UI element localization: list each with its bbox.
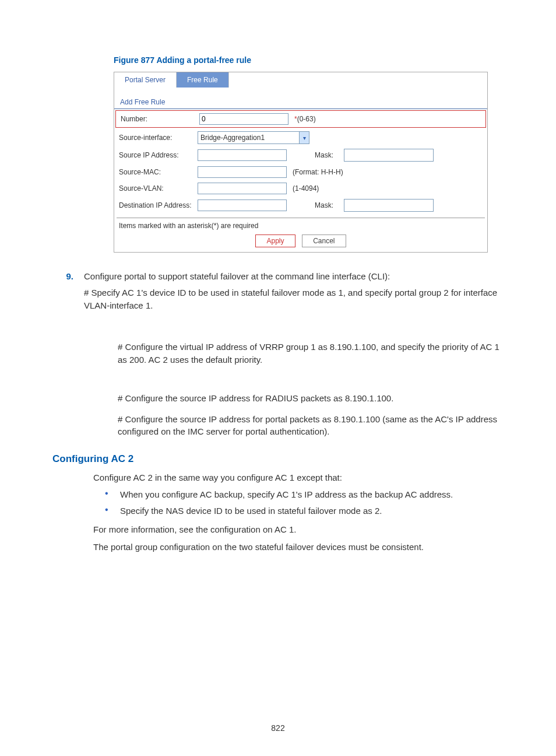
- label-source-ip-mask: Mask:: [315, 151, 344, 159]
- bullet-icon: •: [105, 488, 120, 501]
- row-source-ip: Source IP Address: Mask:: [114, 146, 487, 164]
- page-number: 822: [0, 723, 556, 733]
- tab-portal-server[interactable]: Portal Server: [114, 72, 177, 88]
- select-value: Bridge-Aggregation1: [198, 134, 299, 142]
- section-add-free-rule: Add Free Rule: [114, 88, 487, 108]
- bullet-list: • When you configure AC backup, specify …: [105, 488, 504, 517]
- select-source-interface[interactable]: Bridge-Aggregation1 ▾: [198, 131, 309, 144]
- input-dest-ip[interactable]: [198, 200, 287, 211]
- ac2-intro: Configure AC 2 in the same way you confi…: [93, 471, 504, 484]
- bullet-1-text: When you configure AC backup, specify AC…: [120, 488, 453, 501]
- hint-number: *(0-63): [294, 115, 316, 123]
- hint-source-mac: (Format: H-H-H): [293, 168, 343, 176]
- row-dest-ip: Destination IP Address: Mask:: [114, 197, 487, 214]
- input-source-ip[interactable]: [198, 149, 287, 161]
- input-source-vlan[interactable]: [198, 183, 287, 194]
- form-area: Number: *(0-63) Source-interface: Bridge…: [114, 108, 487, 252]
- button-row: Apply Cancel: [114, 235, 487, 252]
- row-source-mac: Source-MAC: (Format: H-H-H): [114, 164, 487, 180]
- step-number: 9.: [52, 270, 84, 315]
- bullet-2: • Specify the NAS device ID to be used i…: [105, 505, 504, 517]
- row-number: Number: *(0-63): [115, 110, 486, 128]
- label-source-interface: Source-interface:: [117, 134, 198, 142]
- ac2-p2: The portal group configuration on the tw…: [93, 541, 504, 554]
- body-text: 9. Configure portal to support stateful …: [52, 270, 504, 553]
- label-number: Number:: [118, 115, 199, 123]
- step-9: 9. Configure portal to support stateful …: [52, 270, 504, 315]
- bullet-icon: •: [105, 505, 120, 517]
- label-dest-ip: Destination IP Address:: [117, 201, 198, 209]
- cancel-button[interactable]: Cancel: [302, 235, 346, 247]
- label-source-vlan: Source-VLAN:: [117, 184, 198, 192]
- step9-line2: # Specify AC 1's device ID to be used in…: [84, 286, 504, 312]
- input-number[interactable]: [199, 113, 288, 125]
- input-source-ip-mask[interactable]: [344, 149, 434, 162]
- section-configuring-ac2: Configuring AC 2: [52, 452, 504, 467]
- hint-source-vlan: (1-4094): [293, 184, 319, 192]
- row-source-interface: Source-interface: Bridge-Aggregation1 ▾: [114, 129, 487, 146]
- input-dest-ip-mask[interactable]: [344, 199, 434, 212]
- row-source-vlan: Source-VLAN: (1-4094): [114, 180, 487, 197]
- label-dest-ip-mask: Mask:: [315, 201, 344, 209]
- step9-line3: # Configure the virtual IP address of VR…: [118, 341, 504, 366]
- screenshot-panel: Portal Server Free Rule Add Free Rule Nu…: [114, 72, 488, 253]
- chevron-down-icon: ▾: [299, 132, 309, 144]
- ac2-p1: For more information, see the configurat…: [93, 523, 504, 536]
- step9-line5: # Configure the source IP address for po…: [118, 413, 504, 439]
- bullet-1: • When you configure AC backup, specify …: [105, 488, 504, 501]
- tab-bar: Portal Server Free Rule: [114, 72, 487, 88]
- figure-caption: Figure 877 Adding a portal-free rule: [114, 55, 504, 65]
- step9-line4: # Configure the source IP address for RA…: [118, 392, 504, 405]
- label-source-mac: Source-MAC:: [117, 168, 198, 176]
- required-note: Items marked with an asterisk(*) are req…: [114, 218, 487, 235]
- label-source-ip: Source IP Address:: [117, 151, 198, 159]
- bullet-2-text: Specify the NAS device ID to be used in …: [120, 505, 382, 517]
- step9-line1: Configure portal to support stateful fai…: [84, 270, 504, 283]
- tab-free-rule[interactable]: Free Rule: [177, 72, 229, 88]
- input-source-mac[interactable]: [198, 166, 287, 178]
- apply-button[interactable]: Apply: [255, 235, 295, 247]
